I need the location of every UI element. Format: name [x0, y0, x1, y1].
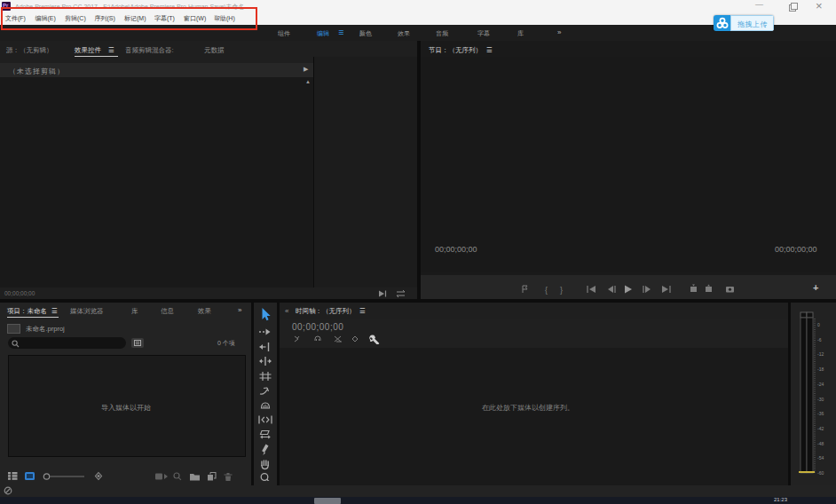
svg-text:-24: -24 [817, 382, 824, 387]
svg-text:{: { [545, 286, 548, 295]
svg-text:-36: -36 [817, 411, 824, 416]
svg-text:-30: -30 [817, 397, 824, 402]
svg-text:-42: -42 [817, 426, 824, 431]
svg-text:}: } [560, 286, 563, 295]
svg-text:-6: -6 [817, 337, 822, 343]
svg-text:0: 0 [817, 322, 820, 327]
svg-text:-54: -54 [817, 455, 824, 461]
svg-text:-12: -12 [817, 351, 824, 357]
svg-text:-48: -48 [817, 441, 824, 446]
svg-text:-18: -18 [817, 366, 824, 372]
svg-text:-60: -60 [817, 470, 824, 476]
